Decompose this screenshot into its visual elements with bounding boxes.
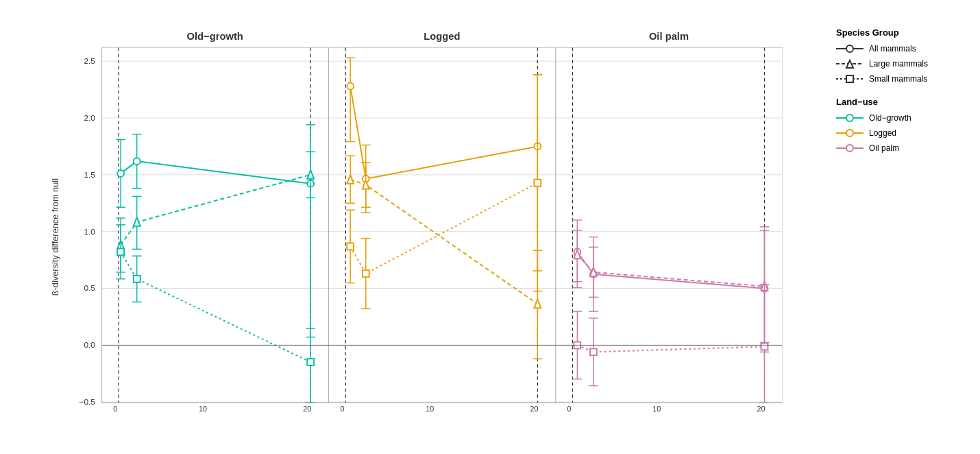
svg-text:0.5: 0.5 [84, 283, 95, 293]
svg-point-150 [846, 45, 853, 52]
svg-text:10: 10 [426, 405, 434, 413]
legend-item-logged: Logged [836, 128, 973, 139]
svg-rect-107 [347, 243, 354, 250]
svg-rect-144 [590, 348, 597, 355]
svg-point-48 [134, 158, 140, 165]
legend-item-old-growth: Old−growth [836, 112, 973, 123]
land-use-title: Land−use [836, 97, 973, 107]
svg-rect-16 [329, 47, 556, 403]
legend-item-large-mammals: Large mammals [836, 58, 973, 69]
svg-text:10: 10 [199, 405, 207, 413]
svg-marker-152 [846, 60, 853, 68]
svg-text:2.0: 2.0 [84, 113, 95, 123]
svg-text:0: 0 [340, 405, 344, 413]
legend-item-oil-palm: Oil palm [836, 143, 973, 154]
svg-point-47 [117, 170, 124, 177]
svg-rect-71 [117, 248, 124, 255]
chart-area: 0.0 0.5 1.0 1.5 2.0 2.5 −0.5 ß-diversity… [0, 0, 829, 454]
svg-text:20: 20 [530, 405, 538, 413]
svg-marker-132 [590, 267, 597, 276]
svg-marker-95 [347, 175, 354, 184]
svg-marker-60 [134, 217, 140, 226]
legend-item-all-mammals: All mammals [836, 43, 973, 54]
svg-text:ß-diversity difference from nu: ß-diversity difference from null [50, 178, 60, 296]
svg-rect-108 [363, 270, 369, 277]
legend-item-small-mammals: Small mammals [836, 73, 973, 84]
legend-label-oil-palm: Oil palm [869, 143, 899, 153]
species-group-title: Species Group [836, 27, 973, 38]
svg-text:0: 0 [113, 405, 117, 413]
svg-point-160 [846, 145, 853, 152]
svg-text:10: 10 [652, 405, 661, 413]
svg-text:1.5: 1.5 [84, 170, 95, 180]
svg-rect-73 [307, 359, 314, 366]
svg-text:Old−growth: Old−growth [187, 31, 243, 42]
legend-label-small-mammals: Small mammals [869, 74, 927, 84]
svg-text:20: 20 [303, 405, 311, 413]
svg-point-158 [846, 130, 853, 136]
svg-text:2.5: 2.5 [84, 56, 95, 66]
legend-label-large-mammals: Large mammals [869, 59, 928, 69]
svg-text:0: 0 [567, 405, 572, 413]
svg-text:20: 20 [757, 405, 765, 413]
chart-container: 0.0 0.5 1.0 1.5 2.0 2.5 −0.5 ß-diversity… [0, 0, 980, 454]
legend-label-logged: Logged [869, 128, 896, 138]
svg-rect-154 [846, 75, 853, 82]
svg-marker-61 [307, 170, 314, 179]
legend-area: Species Group All mammals Large mammals … [829, 0, 980, 454]
svg-point-156 [846, 115, 853, 121]
svg-text:Logged: Logged [424, 31, 460, 42]
svg-rect-145 [761, 343, 768, 350]
main-chart-svg: 0.0 0.5 1.0 1.5 2.0 2.5 −0.5 ß-diversity… [48, 21, 822, 413]
svg-rect-72 [134, 276, 140, 283]
svg-rect-109 [534, 180, 541, 187]
svg-text:0.0: 0.0 [84, 340, 95, 350]
svg-text:1.0: 1.0 [84, 227, 95, 237]
svg-text:−0.5: −0.5 [79, 397, 96, 407]
svg-text:Oil palm: Oil palm [649, 31, 689, 42]
legend-label-old-growth: Old−growth [869, 113, 911, 123]
svg-point-83 [347, 83, 354, 90]
legend-label-all-mammals: All mammals [869, 44, 916, 53]
svg-marker-97 [534, 299, 541, 308]
